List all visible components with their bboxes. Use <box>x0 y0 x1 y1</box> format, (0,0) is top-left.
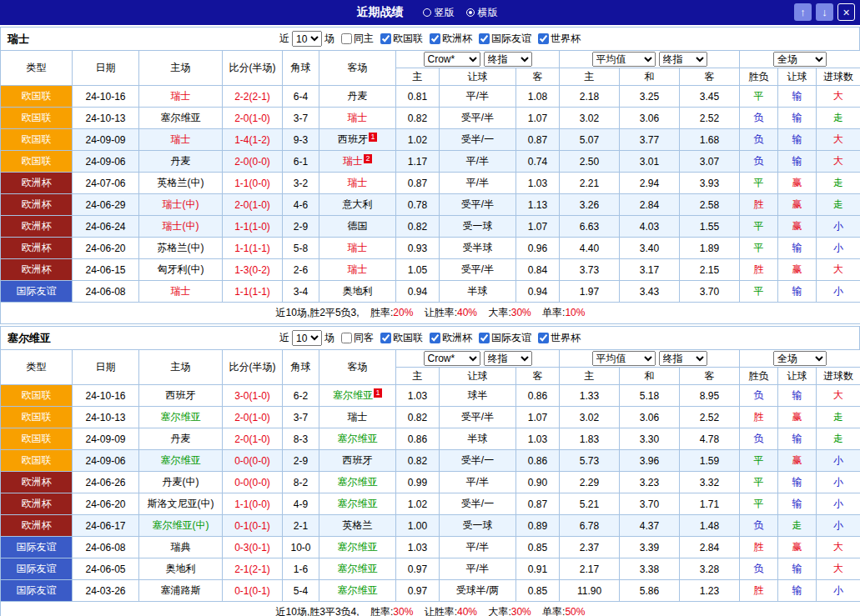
team-link[interactable]: 瑞士 <box>171 285 191 297</box>
checkbox[interactable] <box>479 333 490 343</box>
team-link[interactable]: 瑞士 <box>348 263 368 275</box>
competition-badge-cell: 欧洲杯 <box>1 259 73 281</box>
team-link[interactable]: 瑞士 <box>348 177 368 188</box>
average-select[interactable]: 平均值 <box>592 351 656 366</box>
team-link[interactable]: 丹麦 <box>171 155 191 167</box>
team-link[interactable]: 西班牙 <box>166 389 196 401</box>
checkbox[interactable] <box>538 333 549 343</box>
checkbox[interactable] <box>341 333 352 343</box>
bookmaker-select[interactable]: Crow* <box>424 351 480 366</box>
odds-handicap-cell: 受平/半 <box>440 259 516 281</box>
team-link[interactable]: 奥地利 <box>166 563 196 574</box>
recent-count-select[interactable]: 10 <box>292 31 322 47</box>
team-link[interactable]: 瑞士 <box>171 90 191 102</box>
result-group: 全场 <box>740 350 860 368</box>
recent-count-select[interactable]: 10 <box>292 330 322 346</box>
close-button[interactable]: × <box>837 3 855 21</box>
result-outcome-cell: 平 <box>740 450 778 472</box>
period-select[interactable]: 全场 <box>773 351 827 366</box>
layout-radio-horizontal[interactable]: 横版 <box>466 6 498 20</box>
avg-draw-odds-cell: 3.38 <box>620 558 680 580</box>
team-link[interactable]: 塞尔维亚 <box>333 389 373 401</box>
same-venue-checkbox[interactable]: 同主 <box>341 32 374 46</box>
filter-checkbox-nations-league[interactable]: 欧国联 <box>380 331 423 345</box>
team-link[interactable]: 西班牙 <box>343 454 373 466</box>
team-link[interactable]: 瑞士 <box>348 242 368 253</box>
checkbox[interactable] <box>430 333 440 343</box>
checkbox[interactable] <box>380 33 391 44</box>
team-link[interactable]: 斯洛文尼亚(中) <box>148 498 214 509</box>
team-link[interactable]: 塞尔维亚 <box>338 433 378 444</box>
team-link[interactable]: 塞尔维亚 <box>338 476 378 488</box>
same-venue-checkbox[interactable]: 同客 <box>341 331 374 345</box>
team-link[interactable]: 塞尔维亚 <box>338 498 378 509</box>
team-link[interactable]: 瑞士(中) <box>163 198 199 210</box>
match-date-cell: 24-10-16 <box>73 86 139 108</box>
filter-checkbox-euro[interactable]: 欧洲杯 <box>430 331 472 345</box>
index-type-select[interactable]: 终指 <box>484 351 532 366</box>
team-link[interactable]: 英格兰(中) <box>158 177 204 188</box>
team-link[interactable]: 塞尔维亚 <box>161 454 201 466</box>
filter-checkbox-friendly[interactable]: 国际友谊 <box>479 32 531 46</box>
corners-cell: 6-2 <box>283 385 319 407</box>
team-link[interactable]: 塞尔维亚 <box>338 541 378 553</box>
odds-home-cell: 1.00 <box>396 515 440 537</box>
team-link[interactable]: 塞尔维亚 <box>338 584 378 596</box>
team-link[interactable]: 瑞士 <box>171 133 191 145</box>
filter-checkbox-world-cup[interactable]: 世界杯 <box>538 331 581 345</box>
filter-checkbox-nations-league[interactable]: 欧国联 <box>380 32 423 46</box>
team-link[interactable]: 丹麦(中) <box>163 476 199 488</box>
team-link[interactable]: 瑞士 <box>343 155 363 167</box>
checkbox[interactable] <box>341 33 352 44</box>
team-link[interactable]: 丹麦 <box>171 433 191 444</box>
over-rate-stat: 大率:30% <box>488 606 531 616</box>
subcol-avg-home: 主 <box>560 368 620 385</box>
filter-checkbox-euro[interactable]: 欧洲杯 <box>430 32 472 46</box>
away-team-cell: 塞尔维亚 <box>319 493 396 515</box>
team-link[interactable]: 塞尔维亚 <box>161 411 201 423</box>
team-link[interactable]: 塞尔维亚 <box>338 563 378 574</box>
avg-home-odds-cell: 1.33 <box>560 385 620 407</box>
team-link[interactable]: 英格兰 <box>343 519 373 531</box>
team-link[interactable]: 瑞士 <box>348 411 368 423</box>
competition-badge-cell: 国际友谊 <box>1 537 73 558</box>
bookmaker-select[interactable]: Crow* <box>424 52 480 67</box>
team-link[interactable]: 塞尔维亚(中) <box>153 519 209 531</box>
index-type-select[interactable]: 终指 <box>484 52 532 67</box>
match-row: 国际友谊24-06-08瑞典0-3(0-1)10-0塞尔维亚1.03平/半0.8… <box>1 537 860 558</box>
team-link[interactable]: 西班牙 <box>338 133 368 145</box>
team-link[interactable]: 德国 <box>348 220 368 232</box>
result-outcome-cell: 负 <box>740 129 778 151</box>
up-arrow-button[interactable]: ↑ <box>794 3 812 21</box>
filter-checkbox-friendly[interactable]: 国际友谊 <box>479 331 531 345</box>
checkbox[interactable] <box>430 33 440 44</box>
team-link[interactable]: 意大利 <box>343 198 373 210</box>
average-select[interactable]: 平均值 <box>592 52 656 67</box>
avg-away-odds-cell: 3.93 <box>680 173 740 194</box>
team-link[interactable]: 苏格兰(中) <box>158 242 204 253</box>
team-link[interactable]: 丹麦 <box>348 90 368 102</box>
team-link[interactable]: 塞尔维亚 <box>161 112 201 123</box>
checkbox[interactable] <box>380 333 391 343</box>
team-link[interactable]: 塞浦路斯 <box>161 584 201 596</box>
index-type-select[interactable]: 终指 <box>659 351 707 366</box>
down-arrow-button[interactable]: ↓ <box>816 3 833 21</box>
filter-checkbox-world-cup[interactable]: 世界杯 <box>538 32 581 46</box>
match-date-cell: 24-06-24 <box>73 216 139 238</box>
team-link[interactable]: 瑞士 <box>348 112 368 123</box>
avg-draw-odds-cell: 3.01 <box>620 151 680 173</box>
team-link[interactable]: 瑞典 <box>171 541 191 553</box>
league-rank-badge: 1 <box>374 388 382 398</box>
subcol-handicap: 让球 <box>440 68 516 86</box>
result-outcome-cell: 负 <box>740 108 778 129</box>
team-link[interactable]: 奥地利 <box>343 285 373 297</box>
team-link[interactable]: 瑞士(中) <box>163 220 199 232</box>
layout-radio-vertical[interactable]: 竖版 <box>423 6 455 20</box>
team-link[interactable]: 匈牙利(中) <box>158 263 204 275</box>
result-handicap-cell: 输 <box>778 151 817 173</box>
period-select[interactable]: 全场 <box>773 52 827 67</box>
index-type-select[interactable]: 终指 <box>659 52 707 67</box>
result-handicap-cell: 输 <box>778 472 817 493</box>
checkbox[interactable] <box>538 33 549 44</box>
checkbox[interactable] <box>479 33 490 44</box>
